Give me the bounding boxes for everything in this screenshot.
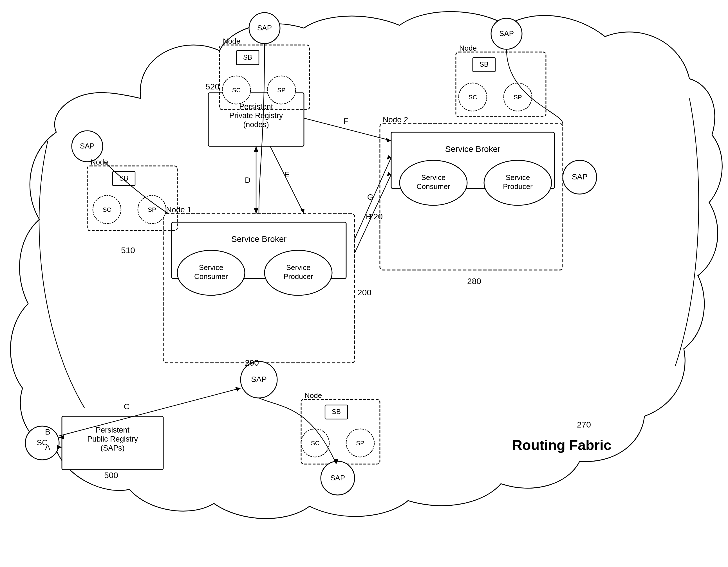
node1-sap-label: SAP: [251, 375, 267, 384]
node1-sc-label1: Service: [199, 263, 223, 272]
svg-line-1: [270, 146, 304, 214]
mini-node-left-sap-label: SAP: [80, 142, 95, 150]
node1-sp-label1: Service: [286, 263, 311, 272]
node2-sp-label2: Producer: [503, 182, 533, 191]
node1-label: Node 1: [166, 205, 191, 214]
label-220: 220: [369, 212, 383, 221]
mini-node-bottom-sb-label: SB: [332, 408, 341, 415]
mini-node-bottom-sap-label: SAP: [330, 474, 345, 482]
main-diagram-svg: Node 2 Service Broker Service Consumer S…: [0, 0, 728, 567]
node1-service-broker-label: Service Broker: [231, 234, 287, 244]
mini-node-top-sp-label: SP: [277, 87, 285, 94]
mini-node-top-sc-label: SC: [232, 87, 241, 94]
private-registry-label3: (nodes): [243, 120, 269, 129]
public-registry-label3: (SAPs): [100, 444, 125, 452]
node2-sap-label: SAP: [572, 173, 588, 181]
arrow-e-end: [301, 209, 304, 214]
mini-node-right-sb-label: SB: [480, 61, 489, 68]
node2-sc-label2: Consumer: [416, 182, 450, 191]
arrow-d-up: [254, 146, 258, 152]
label-b: B: [45, 427, 50, 436]
label-200: 200: [357, 288, 371, 297]
mini-node-right-label: Node: [459, 44, 477, 52]
node2-sp-label1: Service: [506, 173, 530, 182]
label-500: 500: [104, 470, 118, 480]
label-a: A: [45, 443, 50, 452]
node2-sc-label1: Service: [421, 173, 446, 182]
mini-node-right-sp-label: SP: [514, 94, 522, 101]
arrow-a: [57, 445, 62, 449]
arrow-f-end: [386, 138, 391, 142]
label-270: 270: [577, 420, 591, 429]
label-e: E: [284, 170, 290, 179]
mini-node-left-sb-label: SB: [119, 174, 128, 182]
node1-sp-label2: Producer: [283, 272, 313, 281]
mini-node-bottom-sp-label: SP: [356, 440, 364, 447]
label-280: 280: [467, 277, 481, 286]
node2-label: Node 2: [383, 115, 408, 124]
mini-node-top-label: Node: [223, 37, 240, 45]
mini-node-right-sap-label: SAP: [499, 29, 514, 38]
mini-node-bottom-label: Node: [304, 391, 322, 400]
mini-node-left-sp-label: SP: [148, 206, 156, 213]
mini-node-top-sb-label: SB: [243, 53, 252, 61]
routing-fabric-label: Routing Fabric: [512, 437, 611, 453]
label-c: C: [124, 402, 129, 411]
mini-node-left-sc-label: SC: [103, 206, 111, 213]
label-520: 520: [205, 82, 219, 91]
label-g: G: [367, 193, 373, 201]
arrow-d-down: [254, 208, 258, 214]
public-registry-label2: Public Registry: [87, 435, 138, 443]
mini-node-right-sc-label: SC: [469, 94, 477, 101]
label-f: F: [343, 117, 348, 126]
routing-fabric-curve-right: [675, 98, 699, 366]
mini-node-bottom-sc-label: SC: [311, 440, 320, 447]
private-registry-label2: Private Registry: [229, 111, 283, 120]
node1-sc-label2: Consumer: [194, 272, 228, 281]
diagram-container: Node 2 Service Broker Service Consumer S…: [0, 0, 728, 567]
routing-fabric-curve-left: [39, 141, 84, 408]
label-510: 510: [121, 246, 135, 255]
node2-service-broker-label: Service Broker: [445, 144, 501, 154]
mini-node-top-sap-label: SAP: [257, 24, 272, 32]
label-290: 290: [245, 358, 259, 367]
public-registry-label1: Persistent: [96, 426, 130, 434]
label-d: D: [245, 176, 250, 185]
mini-node-left-label: Node: [91, 158, 108, 166]
